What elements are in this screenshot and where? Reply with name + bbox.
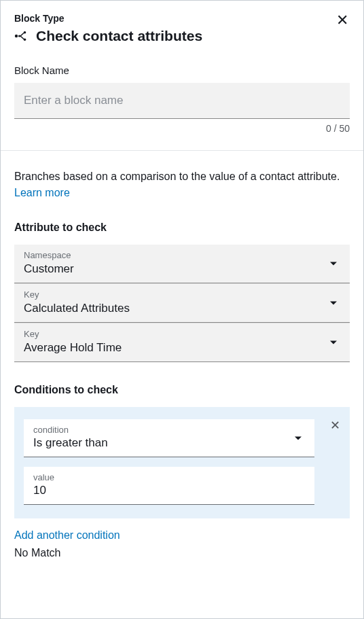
namespace-dropdown[interactable]: Namespace Customer bbox=[14, 245, 350, 283]
block-type-label: Block Type bbox=[14, 13, 202, 24]
description-body: Branches based on a comparison to the va… bbox=[14, 171, 340, 182]
namespace-label: Namespace bbox=[24, 250, 340, 260]
condition-operator-label: condition bbox=[33, 425, 305, 435]
block-name-label: Block Name bbox=[14, 65, 350, 76]
conditions-section: Conditions to check ✕ condition Is great… bbox=[14, 384, 350, 559]
key2-value: Average Hold Time bbox=[24, 341, 340, 355]
add-condition-link[interactable]: Add another condition bbox=[14, 529, 120, 542]
conditions-heading: Conditions to check bbox=[14, 384, 350, 396]
key1-dropdown[interactable]: Key Calculated Attributes bbox=[14, 283, 350, 323]
learn-more-link[interactable]: Learn more bbox=[14, 187, 70, 198]
close-button[interactable]: ✕ bbox=[335, 13, 350, 28]
attribute-dropdown-group: Namespace Customer Key Calculated Attrib… bbox=[14, 245, 350, 362]
condition-value-label: value bbox=[33, 472, 305, 482]
block-title: Check contact attributes bbox=[36, 28, 202, 44]
no-match-label: No Match bbox=[14, 547, 350, 559]
remove-condition-button[interactable]: ✕ bbox=[330, 418, 340, 433]
svg-point-2 bbox=[24, 31, 26, 34]
svg-point-3 bbox=[24, 38, 26, 41]
condition-value-field[interactable]: value bbox=[24, 467, 314, 505]
chevron-down-icon bbox=[329, 340, 338, 345]
svg-point-1 bbox=[18, 35, 20, 37]
branch-icon bbox=[14, 30, 29, 42]
block-name-counter: 0 / 50 bbox=[14, 123, 350, 134]
header-top: Block Type Check contact attributes ✕ bbox=[14, 13, 350, 44]
close-icon: ✕ bbox=[336, 12, 348, 29]
key1-label: Key bbox=[24, 289, 340, 300]
header-left: Block Type Check contact attributes bbox=[14, 13, 202, 44]
close-icon: ✕ bbox=[330, 419, 340, 432]
condition-block: ✕ condition Is greater than value bbox=[14, 407, 350, 518]
namespace-value: Customer bbox=[24, 262, 340, 276]
chevron-down-icon bbox=[329, 300, 338, 306]
header-section: Block Type Check contact attributes ✕ bbox=[1, 1, 363, 151]
condition-value-input[interactable] bbox=[33, 484, 305, 497]
body-section: Branches based on a comparison to the va… bbox=[1, 151, 363, 573]
chevron-down-icon bbox=[329, 261, 338, 266]
key2-dropdown[interactable]: Key Average Hold Time bbox=[14, 323, 350, 362]
chevron-down-icon bbox=[294, 436, 302, 441]
block-name-input[interactable] bbox=[14, 83, 350, 119]
svg-point-0 bbox=[15, 35, 18, 37]
condition-operator-value: Is greater than bbox=[33, 436, 305, 450]
description-text: Branches based on a comparison to the va… bbox=[14, 169, 350, 201]
condition-operator-dropdown[interactable]: condition Is greater than bbox=[24, 419, 314, 457]
attribute-heading: Attribute to check bbox=[14, 222, 350, 234]
block-title-row: Check contact attributes bbox=[14, 28, 202, 44]
key2-label: Key bbox=[24, 329, 340, 339]
key1-value: Calculated Attributes bbox=[24, 302, 340, 315]
